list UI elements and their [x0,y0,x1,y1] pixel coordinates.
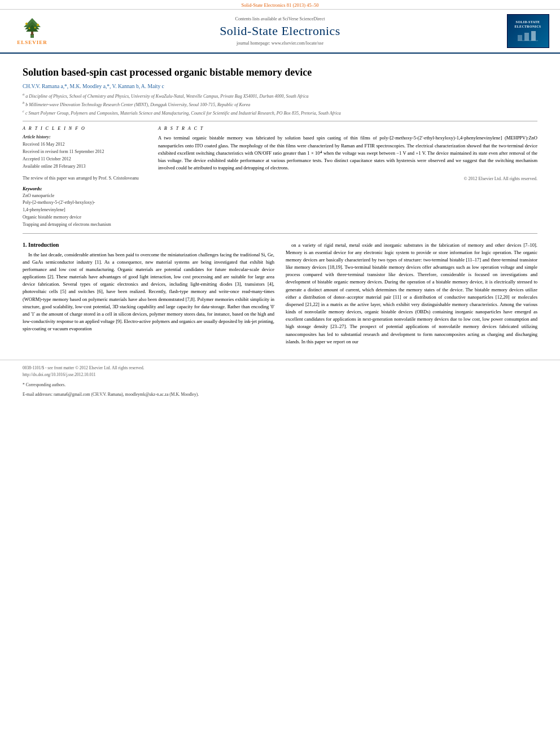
section1-col2-text: on a variety of rigid metal, metal oxide… [286,242,537,346]
svg-point-5 [25,23,28,25]
keyword-1: ZnO nanoparticle [23,193,147,200]
svg-rect-9 [518,35,522,41]
authors-line: CH.V.V. Ramana a,*, M.K. Moodley a,*, V.… [23,84,537,89]
article-info-column: A R T I C L E I N F O Article history: R… [23,126,147,228]
keyword-5: Trapping and detrapping of electrons mec… [23,221,147,229]
authors-text: CH.V.V. Ramana a,*, M.K. Moodley a,*, V.… [23,84,164,89]
article-info-heading: A R T I C L E I N F O [23,126,147,131]
svg-rect-11 [531,31,536,41]
section-divider-2 [23,233,537,234]
corresponding-note: * Corresponding authors. [23,382,537,388]
journal-homepage: journal homepage: www.elsevier.com/locat… [63,41,497,46]
journal-logo-box: SOLID-STATEELECTRONICS [507,14,549,48]
page-footer: 0038-1101/$ - see front matter © 2012 El… [0,360,560,403]
elsevier-brand-text: ELSEVIER [17,40,47,45]
svg-rect-10 [524,33,529,41]
elsevier-tree-icon [18,17,46,38]
svg-point-7 [29,28,30,29]
affiliations: a a Discipline of Physics, School of Che… [23,91,537,116]
info-abstract-section: A R T I C L E I N F O Article history: R… [23,126,537,228]
sciverse-line: Contents lists available at SciVerse Sci… [63,16,497,21]
doi-line: http://dx.doi.org/10.1016/j.sse.2012.10.… [23,372,537,378]
history-label: Article history: [23,134,147,139]
affiliation-a: a a Discipline of Physics, School of Che… [23,91,537,100]
received-date: Received 16 May 2012 [23,141,147,148]
journal-header: ELSEVIER Contents lists available at Sci… [0,10,560,54]
article-title: Solution based-spin cast processed organ… [23,66,537,79]
keywords-label: Keywords: [23,186,147,191]
accepted-date: Accepted 11 October 2012 [23,156,147,163]
keyword-3: 1,4-phenylenevinylene] [23,207,147,214]
affiliation-c: c c Smart Polymer Group, Polymers and Co… [23,108,537,117]
body-para-1: In the last decade, considerable attenti… [23,251,274,333]
svg-point-6 [37,24,39,26]
journal-main-title: Solid-State Electronics [63,24,497,38]
keyword-4: Organic bistable memory device [23,214,147,221]
page-container: Solid-State Electronics 81 (2013) 45–50 [0,0,560,402]
abstract-column: A B S T R A C T A two terminal organic b… [158,126,537,228]
copyright-line: © 2012 Elsevier Ltd. All rights reserved… [158,176,537,181]
body-col-left: 1. Introduction In the last decade, cons… [23,242,274,348]
journal-citation-bar: Solid-State Electronics 81 (2013) 45–50 [0,0,560,10]
abstract-text: A two terminal organic bistable memory w… [158,134,537,172]
journal-citation: Solid-State Electronics 81 (2013) 45–50 [242,2,319,8]
elsevier-logo-area: ELSEVIER [7,17,58,45]
section-divider [23,121,537,121]
body-section: 1. Introduction In the last decade, cons… [23,242,537,348]
email-note: E-mail addresses: ramana6@gmail.com (CH.… [23,391,537,397]
issn-note: 0038-1101/$ - see front matter © 2012 El… [23,365,537,372]
available-date: Available online 28 February 2013 [23,163,147,171]
section1-col1-text: In the last decade, considerable attenti… [23,251,274,333]
section1-title: 1. Introduction [23,242,274,248]
abstract-heading: A B S T R A C T [158,126,537,131]
journal-logo-title: SOLID-STATEELECTRONICS [515,20,541,29]
affiliation-b: b b Millimeter-wave INnovation Technolog… [23,100,537,108]
review-note: The review of this paper was arranged by… [23,175,147,182]
elsevier-logo: ELSEVIER [10,17,55,45]
journal-logo-graphic [517,30,539,42]
revised-date: Received in revised form 11 September 20… [23,148,147,156]
main-content: Solution based-spin cast processed organ… [0,54,560,354]
body-col-right: on a variety of rigid metal, metal oxide… [286,242,537,348]
svg-point-8 [34,27,36,29]
journal-title-area: Contents lists available at SciVerse Sci… [58,16,502,46]
body-para-2: on a variety of rigid metal, metal oxide… [286,242,537,346]
journal-logo-area: SOLID-STATEELECTRONICS [502,14,553,48]
keyword-2: Poly-[2-methoxy-5-(2'-ethyl-hexyloxy)- [23,199,147,207]
